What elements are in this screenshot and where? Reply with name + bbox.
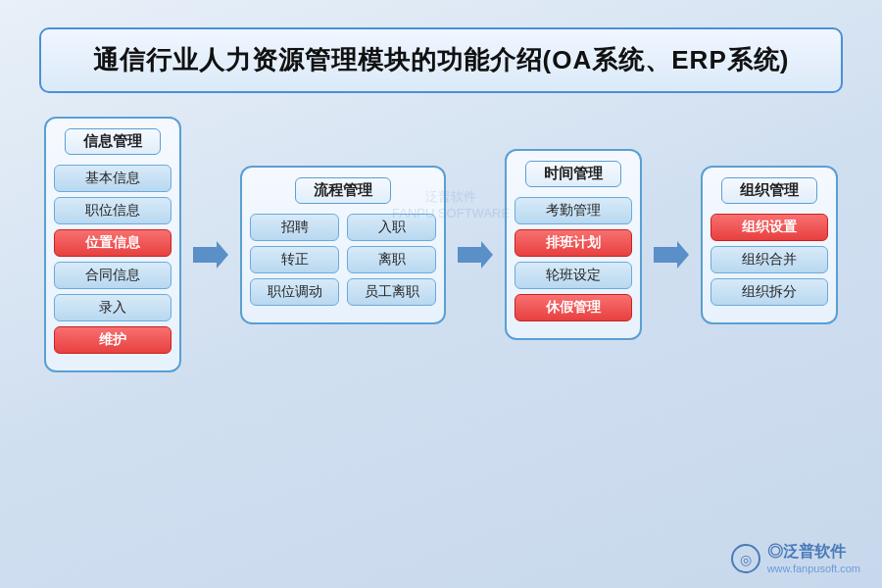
item-vacation: 休假管理 [514,294,632,321]
process-col2: 入职 离职 员工离职 [347,214,436,311]
item-recruit: 招聘 [250,214,339,241]
item-entry: 录入 [54,294,172,321]
module-time: 时间管理 考勤管理 排班计划 轮班设定 休假管理 [505,149,642,340]
item-contract-info: 合同信息 [54,262,172,289]
svg-text:◎: ◎ [740,553,752,567]
item-attendance: 考勤管理 [514,197,632,224]
svg-marker-0 [193,241,228,269]
item-org-split: 组织拆分 [710,278,828,306]
svg-marker-2 [654,241,689,269]
arrow-1 [191,237,230,272]
module-info: 信息管理 基本信息 职位信息 位置信息 合同信息 录入 维护 [44,117,181,372]
item-transfer: 职位调动 [250,278,339,306]
module-org-header: 组织管理 [721,177,817,204]
logo-url: www.fanpusoft.com [767,563,860,574]
item-rotation: 轮班设定 [514,262,632,289]
item-basic-info: 基本信息 [54,165,172,192]
logo-area: ◎ ◎泛普软件 www.fanpusoft.com [730,542,860,574]
item-org-setup: 组织设置 [710,214,828,241]
item-location-info: 位置信息 [54,229,172,257]
item-shift-plan: 排班计划 [514,229,632,257]
module-time-header: 时间管理 [525,161,621,187]
process-two-col: 招聘 转正 职位调动 入职 离职 员工离职 [250,214,436,311]
arrow-2 [456,237,495,272]
module-process: 流程管理 招聘 转正 职位调动 入职 离职 员工离职 [240,166,446,324]
arrow-3 [652,237,691,272]
process-col1: 招聘 转正 职位调动 [250,214,339,311]
item-confirm: 转正 [250,246,339,273]
svg-marker-1 [458,241,493,269]
logo-icon: ◎ [730,543,761,574]
item-resign: 离职 [347,246,436,273]
logo-name: ◎泛普软件 [767,542,860,563]
item-org-merge: 组织合并 [710,246,828,273]
title-box: 通信行业人力资源管理模块的功能介绍(OA系统、ERP系统) [39,27,843,93]
item-maintenance: 维护 [54,326,172,354]
module-org: 组织管理 组织设置 组织合并 组织拆分 [701,166,838,324]
module-process-header: 流程管理 [295,177,391,204]
module-info-header: 信息管理 [65,128,161,155]
item-onboard: 入职 [347,214,436,241]
item-position-info: 职位信息 [54,197,172,224]
page-title: 通信行业人力资源管理模块的功能介绍(OA系统、ERP系统) [93,45,790,74]
logo-text: ◎泛普软件 www.fanpusoft.com [767,542,860,574]
item-employee-leave: 员工离职 [347,278,436,306]
main-flow: 信息管理 基本信息 职位信息 位置信息 合同信息 录入 维护 流程管理 招聘 转… [0,117,882,372]
